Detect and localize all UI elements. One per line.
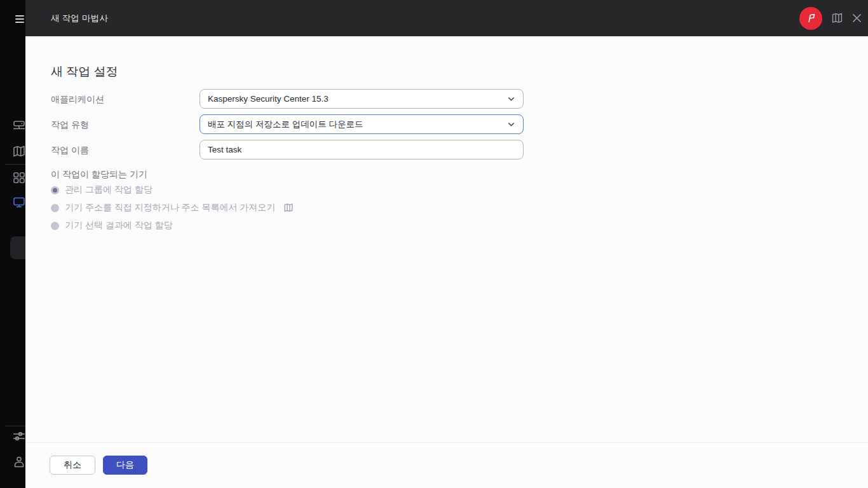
cancel-button[interactable]: 취소 (50, 456, 95, 475)
chevron-down-icon (507, 120, 515, 128)
chevron-down-icon (507, 95, 515, 103)
address-book-icon (283, 203, 294, 213)
map-icon[interactable] (12, 144, 25, 158)
next-button[interactable]: 다음 (103, 456, 147, 475)
apps-grid-icon[interactable] (12, 170, 25, 184)
task-type-select[interactable]: 배포 지점의 저장소로 업데이트 다운로드 (200, 114, 524, 134)
menu-icon[interactable] (15, 15, 24, 23)
app-sidebar (0, 0, 25, 488)
help-book-icon (831, 12, 843, 24)
radio-label: 기기 선택 결과에 작업 할당 (65, 220, 173, 231)
application-label: 애플리케이션 (51, 94, 104, 105)
task-type-label: 작업 유형 (51, 119, 89, 131)
settings-sliders-icon[interactable] (12, 429, 25, 443)
sidebar-active-item[interactable] (10, 236, 25, 259)
help-book-button[interactable] (831, 12, 843, 24)
task-type-value: 배포 지점의 저장소로 업데이트 다운로드 (208, 119, 507, 130)
screen: 새 작업 마법사 새 (0, 0, 868, 488)
application-value: Kaspersky Security Center 15.3 (208, 94, 507, 104)
radio-unselected-icon (51, 222, 59, 230)
devices-monitor-icon[interactable] (12, 195, 25, 209)
close-icon (852, 13, 862, 23)
wizard-header: 새 작업 마법사 (25, 0, 868, 36)
wizard-panel: 새 작업 설정 애플리케이션 Kaspersky Security Center… (25, 36, 868, 488)
radio-unselected-icon (51, 204, 59, 212)
application-select[interactable]: Kaspersky Security Center 15.3 (200, 89, 524, 109)
sidebar-divider-bottom (5, 426, 25, 426)
close-button[interactable] (852, 13, 862, 23)
devices-section-label: 이 작업이 할당되는 기기 (51, 169, 147, 180)
server-hierarchy-icon[interactable] (12, 119, 25, 133)
wizard-title: 새 작업 마법사 (51, 13, 108, 24)
footer-divider (25, 442, 868, 443)
radio-option-device-selection[interactable]: 기기 선택 결과에 작업 할당 (51, 219, 173, 232)
sidebar-divider (5, 164, 25, 165)
radio-label: 관리 그룹에 작업 할당 (65, 184, 153, 196)
header-actions (799, 0, 862, 36)
user-icon[interactable] (12, 455, 25, 469)
radio-label: 기기 주소를 직접 지정하거나 주소 목록에서 가져오기 (65, 202, 275, 214)
page-title: 새 작업 설정 (51, 64, 118, 80)
task-name-label: 작업 이름 (51, 145, 89, 156)
radio-selected-icon (51, 186, 59, 194)
whats-new-flag-icon (799, 7, 822, 30)
radio-option-admin-group[interactable]: 관리 그룹에 작업 할당 (51, 184, 153, 196)
task-name-input[interactable] (200, 140, 524, 159)
radio-option-device-addresses[interactable]: 기기 주소를 직접 지정하거나 주소 목록에서 가져오기 (51, 201, 294, 214)
whats-new-button[interactable] (799, 7, 822, 30)
kaspersky-logo-icon (15, 53, 25, 94)
